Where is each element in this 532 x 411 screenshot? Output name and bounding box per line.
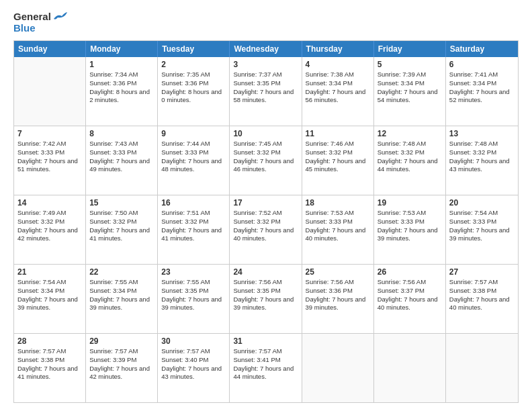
day-number: 30: [161, 336, 226, 346]
day-number: 9: [161, 129, 226, 138]
calendar-cell: 31 Sunrise: 7:57 AMSunset: 3:41 PMDaylig…: [230, 334, 302, 402]
day-number: 5: [378, 60, 442, 69]
calendar-cell: [374, 334, 446, 402]
calendar-cell: 26 Sunrise: 7:56 AMSunset: 3:37 PMDaylig…: [374, 265, 446, 333]
logo-bird-icon: [52, 12, 67, 21]
calendar-row-4: 28 Sunrise: 7:57 AMSunset: 3:38 PMDaylig…: [14, 333, 518, 402]
day-number: 17: [233, 198, 298, 208]
header-day-thursday: Thursday: [302, 41, 374, 57]
calendar-cell: 4 Sunrise: 7:38 AMSunset: 3:34 PMDayligh…: [302, 57, 374, 126]
calendar-cell: [14, 57, 86, 126]
calendar-cell: 1 Sunrise: 7:34 AMSunset: 3:36 PMDayligh…: [86, 57, 158, 126]
calendar-cell: 3 Sunrise: 7:37 AMSunset: 3:35 PMDayligh…: [230, 57, 302, 126]
logo-general: General: [13, 11, 51, 22]
calendar-cell: 24 Sunrise: 7:56 AMSunset: 3:35 PMDaylig…: [230, 265, 302, 333]
day-info: Sunrise: 7:55 AMSunset: 3:34 PMDaylight:…: [89, 278, 150, 311]
day-number: 14: [17, 198, 82, 208]
calendar-cell: 30 Sunrise: 7:57 AMSunset: 3:40 PMDaylig…: [158, 334, 230, 402]
header-day-saturday: Saturday: [446, 41, 518, 57]
calendar-cell: 7 Sunrise: 7:42 AMSunset: 3:33 PMDayligh…: [14, 126, 86, 195]
day-info: Sunrise: 7:49 AMSunset: 3:32 PMDaylight:…: [17, 209, 78, 242]
calendar-cell: 11 Sunrise: 7:46 AMSunset: 3:32 PMDaylig…: [302, 126, 374, 195]
calendar-cell: 18 Sunrise: 7:53 AMSunset: 3:33 PMDaylig…: [302, 195, 374, 264]
day-info: Sunrise: 7:54 AMSunset: 3:33 PMDaylight:…: [449, 209, 510, 242]
day-number: 10: [233, 129, 298, 138]
header-day-friday: Friday: [374, 41, 446, 57]
calendar-cell: 9 Sunrise: 7:44 AMSunset: 3:33 PMDayligh…: [158, 126, 230, 195]
day-number: 8: [89, 129, 154, 138]
header-day-tuesday: Tuesday: [158, 41, 230, 57]
calendar-cell: 20 Sunrise: 7:54 AMSunset: 3:33 PMDaylig…: [446, 195, 518, 264]
day-info: Sunrise: 7:42 AMSunset: 3:33 PMDaylight:…: [17, 140, 78, 173]
header-day-sunday: Sunday: [14, 41, 86, 57]
calendar-cell: 17 Sunrise: 7:52 AMSunset: 3:32 PMDaylig…: [230, 195, 302, 264]
calendar-cell: 22 Sunrise: 7:55 AMSunset: 3:34 PMDaylig…: [86, 265, 158, 333]
day-info: Sunrise: 7:48 AMSunset: 3:32 PMDaylight:…: [378, 140, 438, 173]
day-number: 4: [306, 60, 370, 69]
calendar-header: SundayMondayTuesdayWednesdayThursdayFrid…: [14, 41, 518, 57]
calendar-cell: [446, 334, 518, 402]
day-info: Sunrise: 7:51 AMSunset: 3:32 PMDaylight:…: [161, 209, 222, 242]
logo: General Blue: [13, 11, 67, 34]
calendar-cell: 28 Sunrise: 7:57 AMSunset: 3:38 PMDaylig…: [14, 334, 86, 402]
page: General Blue SundayMondayTuesdayWednesda…: [0, 0, 532, 411]
calendar-cell: 19 Sunrise: 7:53 AMSunset: 3:33 PMDaylig…: [374, 195, 446, 264]
day-info: Sunrise: 7:35 AMSunset: 3:36 PMDaylight:…: [161, 71, 222, 103]
day-info: Sunrise: 7:44 AMSunset: 3:33 PMDaylight:…: [161, 140, 222, 173]
day-info: Sunrise: 7:56 AMSunset: 3:36 PMDaylight:…: [306, 278, 366, 311]
day-number: 23: [161, 267, 226, 277]
calendar-row-2: 14 Sunrise: 7:49 AMSunset: 3:32 PMDaylig…: [14, 195, 518, 264]
day-number: 15: [89, 198, 154, 208]
calendar: SundayMondayTuesdayWednesdayThursdayFrid…: [13, 40, 519, 403]
calendar-cell: 15 Sunrise: 7:50 AMSunset: 3:32 PMDaylig…: [86, 195, 158, 264]
day-number: 26: [378, 267, 442, 277]
calendar-cell: 13 Sunrise: 7:48 AMSunset: 3:32 PMDaylig…: [446, 126, 518, 195]
day-info: Sunrise: 7:54 AMSunset: 3:34 PMDaylight:…: [17, 278, 78, 311]
day-number: 18: [306, 198, 370, 208]
calendar-cell: 12 Sunrise: 7:48 AMSunset: 3:32 PMDaylig…: [374, 126, 446, 195]
calendar-cell: 14 Sunrise: 7:49 AMSunset: 3:32 PMDaylig…: [14, 195, 86, 264]
calendar-row-3: 21 Sunrise: 7:54 AMSunset: 3:34 PMDaylig…: [14, 264, 518, 333]
logo-blue: Blue: [13, 22, 36, 34]
day-info: Sunrise: 7:50 AMSunset: 3:32 PMDaylight:…: [89, 209, 150, 242]
calendar-row-0: 1 Sunrise: 7:34 AMSunset: 3:36 PMDayligh…: [14, 57, 518, 126]
day-number: 11: [306, 129, 370, 138]
day-number: 28: [17, 336, 82, 346]
day-info: Sunrise: 7:45 AMSunset: 3:32 PMDaylight:…: [233, 140, 294, 173]
day-info: Sunrise: 7:57 AMSunset: 3:40 PMDaylight:…: [161, 347, 222, 380]
day-info: Sunrise: 7:38 AMSunset: 3:34 PMDaylight:…: [306, 71, 366, 103]
day-number: 3: [233, 60, 298, 69]
day-info: Sunrise: 7:56 AMSunset: 3:35 PMDaylight:…: [233, 278, 294, 311]
day-number: 19: [378, 198, 442, 208]
day-number: 2: [161, 60, 226, 69]
day-info: Sunrise: 7:53 AMSunset: 3:33 PMDaylight:…: [378, 209, 438, 242]
day-number: 24: [233, 267, 298, 277]
calendar-cell: 10 Sunrise: 7:45 AMSunset: 3:32 PMDaylig…: [230, 126, 302, 195]
day-info: Sunrise: 7:41 AMSunset: 3:34 PMDaylight:…: [449, 71, 510, 103]
calendar-body: 1 Sunrise: 7:34 AMSunset: 3:36 PMDayligh…: [14, 57, 518, 402]
day-info: Sunrise: 7:53 AMSunset: 3:33 PMDaylight:…: [306, 209, 366, 242]
day-info: Sunrise: 7:46 AMSunset: 3:32 PMDaylight:…: [306, 140, 366, 173]
day-info: Sunrise: 7:48 AMSunset: 3:32 PMDaylight:…: [449, 140, 510, 173]
header-day-monday: Monday: [86, 41, 158, 57]
day-number: 20: [449, 198, 515, 208]
day-number: 6: [449, 60, 515, 69]
day-info: Sunrise: 7:43 AMSunset: 3:33 PMDaylight:…: [89, 140, 150, 173]
calendar-cell: 5 Sunrise: 7:39 AMSunset: 3:34 PMDayligh…: [374, 57, 446, 126]
calendar-cell: 6 Sunrise: 7:41 AMSunset: 3:34 PMDayligh…: [446, 57, 518, 126]
calendar-cell: 23 Sunrise: 7:55 AMSunset: 3:35 PMDaylig…: [158, 265, 230, 333]
header-day-wednesday: Wednesday: [230, 41, 302, 57]
day-info: Sunrise: 7:57 AMSunset: 3:38 PMDaylight:…: [17, 347, 78, 380]
day-info: Sunrise: 7:57 AMSunset: 3:39 PMDaylight:…: [89, 347, 150, 380]
calendar-row-1: 7 Sunrise: 7:42 AMSunset: 3:33 PMDayligh…: [14, 126, 518, 195]
day-info: Sunrise: 7:52 AMSunset: 3:32 PMDaylight:…: [233, 209, 294, 242]
day-number: 29: [89, 336, 154, 346]
day-number: 25: [306, 267, 370, 277]
calendar-cell: 16 Sunrise: 7:51 AMSunset: 3:32 PMDaylig…: [158, 195, 230, 264]
day-info: Sunrise: 7:57 AMSunset: 3:41 PMDaylight:…: [233, 347, 294, 380]
day-number: 22: [89, 267, 154, 277]
day-number: 31: [233, 336, 298, 346]
day-number: 21: [17, 267, 82, 277]
header: General Blue: [13, 11, 519, 34]
calendar-cell: 25 Sunrise: 7:56 AMSunset: 3:36 PMDaylig…: [302, 265, 374, 333]
